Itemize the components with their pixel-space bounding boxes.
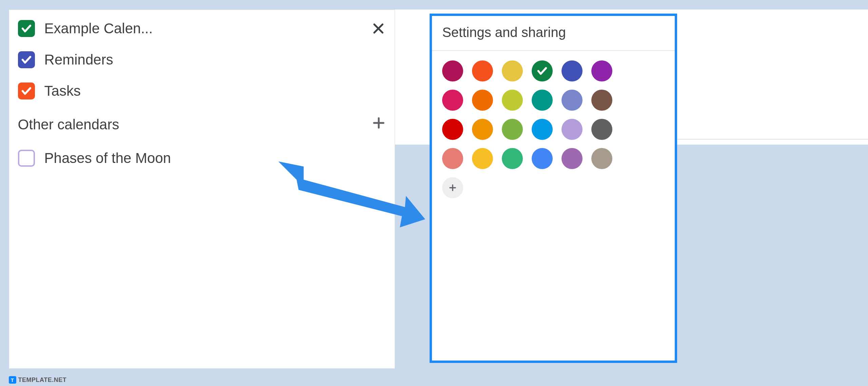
add-other-calendar-button[interactable] [372,116,386,133]
other-calendars-label: Other calendars [18,116,119,133]
color-swatch[interactable] [442,148,463,169]
watermark-badge: T [9,376,16,384]
calendar-item-reminders[interactable]: Reminders [18,51,386,68]
close-icon [371,21,386,36]
watermark-text: TEMPLATE.NET [18,376,67,384]
color-swatch[interactable] [561,60,583,81]
color-swatch[interactable] [472,60,493,81]
checkmark-icon [21,54,32,66]
color-swatch[interactable] [472,119,493,140]
calendar-sidebar: Example Calen... Reminders Tasks Other c… [9,10,395,368]
color-swatch[interactable] [561,148,583,169]
plus-icon [372,116,386,130]
color-swatch[interactable] [502,90,523,111]
color-swatch[interactable] [502,148,523,169]
color-swatch[interactable] [502,119,523,140]
color-swatch[interactable] [591,148,612,169]
color-swatch[interactable] [502,60,523,81]
color-swatch[interactable] [532,60,553,81]
color-swatch[interactable] [532,119,553,140]
color-swatch[interactable] [442,60,463,81]
canvas: Example Calen... Reminders Tasks Other c… [0,0,868,386]
calendar-item-example[interactable]: Example Calen... [18,20,386,37]
add-custom-color-button[interactable] [442,177,463,198]
background-divider [677,139,868,140]
calendar-label: Reminders [44,52,386,68]
popup-title[interactable]: Settings and sharing [432,16,675,51]
color-swatch[interactable] [472,148,493,169]
checkmark-icon [21,85,32,97]
checkmark-icon [536,65,548,77]
calendar-checkbox-empty[interactable] [18,150,35,167]
calendar-checkbox[interactable] [18,20,35,37]
color-swatch[interactable] [591,119,612,140]
plus-icon [448,183,457,192]
settings-sharing-popup: Settings and sharing [430,14,677,363]
color-swatch[interactable] [442,119,463,140]
other-calendars-header[interactable]: Other calendars [18,116,386,133]
color-swatch[interactable] [591,60,612,81]
calendar-label: Example Calen... [44,20,361,37]
color-swatch[interactable] [561,119,583,140]
remove-calendar-button[interactable] [371,21,386,36]
color-swatch[interactable] [561,90,583,111]
watermark: T TEMPLATE.NET [9,376,67,384]
calendar-label: Phases of the Moon [44,150,386,166]
calendar-item-tasks[interactable]: Tasks [18,82,386,99]
color-swatch[interactable] [472,90,493,111]
checkmark-icon [21,23,32,34]
calendar-checkbox[interactable] [18,82,35,99]
color-swatch[interactable] [591,90,612,111]
calendar-label: Tasks [44,83,386,99]
color-swatch-grid [432,51,675,208]
calendar-checkbox[interactable] [18,51,35,68]
calendar-item-phases-moon[interactable]: Phases of the Moon [18,150,386,167]
color-swatch[interactable] [532,148,553,169]
color-swatch[interactable] [532,90,553,111]
color-swatch[interactable] [442,90,463,111]
